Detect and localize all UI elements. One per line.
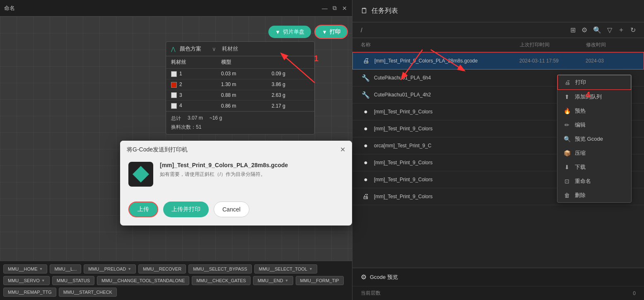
macro-label: MMU__SELECT_TOOL bbox=[259, 266, 307, 271]
refresh-icon[interactable]: ↻ bbox=[630, 26, 636, 34]
task-item[interactable]: 🖨 [mm]_Test_Print_9_Colors_PLA_28m8s.gco… bbox=[352, 52, 644, 70]
macro-button[interactable]: MMU__RECOVER bbox=[138, 264, 186, 274]
macro-button[interactable]: MMU__START_CHECK bbox=[59, 288, 117, 297]
close-button[interactable]: ✕ bbox=[341, 5, 348, 12]
filament-cell: 0.88 m bbox=[216, 90, 267, 101]
macro-bar: MMU__HOME▼MMU__L...MMU__PRELOAD▼MMU__REC… bbox=[0, 261, 352, 300]
color-cell: 3 bbox=[166, 90, 216, 101]
filter-icon[interactable]: ▽ bbox=[607, 26, 612, 34]
macro-label: MMU__PRELOAD bbox=[88, 266, 126, 271]
dialog-title: 将G-Code发送到打印机 bbox=[127, 146, 188, 154]
model-cell: 2.17 g bbox=[267, 101, 314, 111]
col-last-print-header: 上次打印时间 bbox=[520, 41, 586, 48]
dropdown-arrow-icon: ▼ bbox=[285, 278, 289, 283]
macro-label: MMU__SERVO bbox=[8, 278, 40, 283]
task-type-icon: ● bbox=[361, 175, 371, 185]
macro-button[interactable]: MMU__HOME▼ bbox=[3, 264, 47, 274]
model-cell: 3.86 g bbox=[267, 79, 314, 90]
context-menu-item[interactable]: ✏ 编辑 bbox=[557, 118, 631, 132]
macro-button[interactable]: MMU__CHANGE_TOOL_STANDALONE bbox=[97, 276, 189, 285]
slice-button[interactable]: ▼ 切片单盘 bbox=[268, 26, 311, 38]
print-label: 打印 bbox=[330, 28, 340, 36]
color-swatch bbox=[171, 92, 177, 98]
macro-label: MMU__START_CHECK bbox=[63, 290, 112, 295]
color-table: 耗材丝 模型 1 0.03 m 0.09 g 2 1.30 m 3.86 g 3… bbox=[166, 56, 314, 111]
macro-label: MMU__END bbox=[258, 278, 283, 283]
floor-value: 0 bbox=[633, 290, 636, 296]
context-menu: 🖨 打印 ⬆ 添加到队列 🔥 预热 ✏ 编辑 🔍 预览 Gcode 📦 压缩 ⬇… bbox=[557, 74, 632, 203]
change-row: 换料次数：51 bbox=[171, 124, 309, 131]
right-panel-footer: ⚙ Gcode 预览 当前层数 0 bbox=[352, 268, 644, 300]
dropdown-arrow-icon: ▼ bbox=[39, 267, 43, 271]
upload-button[interactable]: 上传 bbox=[128, 202, 158, 217]
macro-button[interactable]: MMU__SELECT_BYPASS bbox=[188, 264, 252, 274]
task-name: [mm]_Test_Print_9_Colors bbox=[374, 109, 520, 115]
task-list-icon: 🗒 bbox=[361, 7, 368, 15]
color-panel-title: 颜色方案 bbox=[180, 45, 201, 53]
macro-button[interactable]: MMU__L... bbox=[50, 264, 81, 274]
context-item-label: 预览 Gcode bbox=[575, 135, 603, 143]
context-item-icon: 🖨 bbox=[564, 79, 571, 86]
toolbar-icons: ⊞ ⚙ 🔍 ▽ ＋ ↻ bbox=[570, 26, 636, 34]
macro-button[interactable]: MMU__SERVO▼ bbox=[3, 276, 50, 285]
breadcrumb: / bbox=[361, 27, 362, 34]
context-menu-item[interactable]: ⬇ 下载 bbox=[557, 160, 631, 174]
task-name: orca[mm]_Test_Print_9_C bbox=[374, 143, 520, 149]
color-swatch bbox=[171, 71, 177, 77]
color-panel: ⋀ 颜色方案 ∨ 耗材丝 耗材丝 模型 1 0.03 m 0.09 g 2 1.… bbox=[166, 41, 315, 134]
context-menu-item[interactable]: 🔥 预热 bbox=[557, 104, 631, 118]
slice-dropdown-icon[interactable]: ▼ bbox=[275, 29, 280, 35]
dialog-titlebar: 将G-Code发送到打印机 ✕ bbox=[120, 141, 352, 157]
macro-button[interactable]: MMU__STATUS bbox=[52, 276, 94, 285]
task-type-icon: ● bbox=[361, 158, 371, 168]
grid-view-icon[interactable]: ⊞ bbox=[570, 26, 576, 34]
context-item-label: 编辑 bbox=[575, 121, 586, 129]
macro-button[interactable]: MMU__CHECK_GATES bbox=[192, 276, 251, 285]
color-row: 1 0.03 m 0.09 g bbox=[166, 69, 314, 79]
dialog-buttons: 上传 上传并打印 Cancel bbox=[120, 202, 352, 226]
context-item-icon: ⬇ bbox=[563, 163, 571, 171]
context-menu-item[interactable]: 📦 压缩 bbox=[557, 146, 631, 160]
context-menu-item[interactable]: 🖨 打印 bbox=[557, 75, 631, 90]
settings-icon[interactable]: ⚙ bbox=[581, 26, 587, 34]
context-menu-item[interactable]: ⬆ 添加到队列 bbox=[557, 90, 631, 104]
context-item-label: 压缩 bbox=[575, 149, 586, 157]
context-item-icon: 🔥 bbox=[563, 107, 571, 115]
right-panel-toolbar: / ⊞ ⚙ 🔍 ▽ ＋ ↻ bbox=[352, 22, 644, 38]
macro-button[interactable]: MMU__SELECT_TOOL▼ bbox=[254, 264, 317, 274]
macro-label: MMU__CHECK_GATES bbox=[196, 278, 246, 283]
macro-button[interactable]: MMU__END▼ bbox=[253, 276, 293, 285]
task-type-icon: 🔧 bbox=[361, 90, 371, 100]
macro-button[interactable]: MMU__REMAP_TTG bbox=[3, 288, 56, 297]
model-cell: 0.09 g bbox=[267, 69, 314, 79]
context-item-label: 打印 bbox=[575, 79, 586, 86]
filament-cell: 0.86 m bbox=[216, 101, 267, 111]
gcode-preview-button[interactable]: ⚙ Gcode 预览 bbox=[352, 268, 644, 286]
search-icon[interactable]: 🔍 bbox=[593, 26, 601, 34]
print-button[interactable]: ▼ 打印 bbox=[314, 25, 348, 39]
context-menu-item[interactable]: ⊡ 重命名 bbox=[557, 174, 631, 188]
print-dropdown-icon[interactable]: ▼ bbox=[322, 29, 327, 35]
right-panel-header: 🗒 任务列表 bbox=[352, 0, 644, 22]
task-name: CutePikachu01_PLA_6h4 bbox=[374, 75, 520, 81]
color-panel-header: ⋀ 颜色方案 ∨ 耗材丝 bbox=[166, 42, 314, 56]
minimize-button[interactable]: — bbox=[321, 5, 328, 12]
upload-and-print-button[interactable]: 上传并打印 bbox=[163, 202, 209, 217]
window-bar: 命名 — ⧉ ✕ bbox=[0, 0, 352, 17]
gcode-preview-label: Gcode 预览 bbox=[370, 274, 398, 281]
context-item-icon: ⬆ bbox=[563, 93, 571, 101]
color-panel-footer: 总计 3.07 m ~16 g 换料次数：51 bbox=[166, 111, 314, 134]
macro-button[interactable]: MMU__PRELOAD▼ bbox=[84, 264, 136, 274]
cancel-button[interactable]: Cancel bbox=[214, 202, 249, 217]
dialog-close-button[interactable]: ✕ bbox=[340, 146, 345, 154]
window-title: 命名 bbox=[4, 5, 15, 12]
context-menu-item[interactable]: 🗑 删除 bbox=[557, 188, 631, 202]
annotation-1: 1 bbox=[314, 54, 318, 63]
maximize-button[interactable]: ⧉ bbox=[331, 5, 338, 12]
context-menu-item[interactable]: 🔍 预览 Gcode bbox=[557, 132, 631, 146]
macro-button[interactable]: MMU__FORM_TIP bbox=[296, 276, 344, 285]
macro-label: MMU__REMAP_TTG bbox=[8, 290, 52, 295]
color-panel-collapse-icon[interactable]: ⋀ bbox=[171, 46, 176, 52]
context-item-icon: 🔍 bbox=[563, 135, 571, 143]
add-icon[interactable]: ＋ bbox=[618, 26, 625, 34]
